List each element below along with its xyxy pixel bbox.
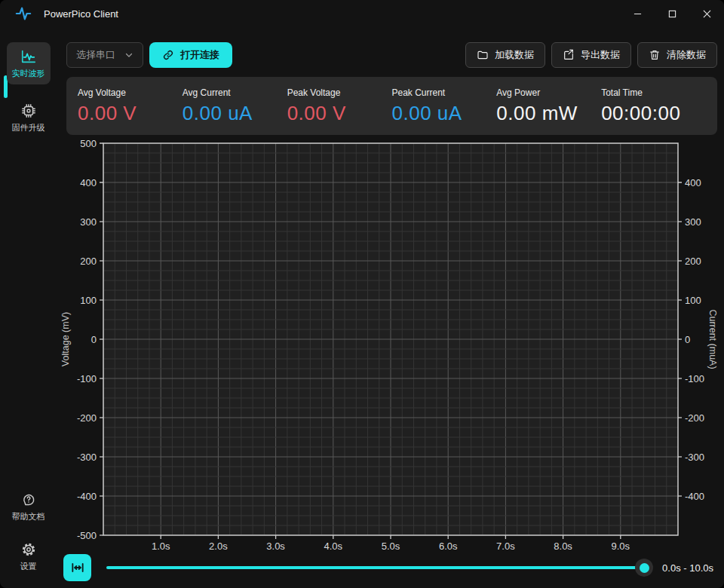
svg-text:100: 100 bbox=[80, 295, 97, 306]
slider-track[interactable] bbox=[106, 566, 646, 569]
load-data-button[interactable]: 加载数据 bbox=[465, 42, 545, 68]
svg-text:0: 0 bbox=[685, 334, 690, 345]
stat-total-time: Total Time 00:00:00 bbox=[601, 87, 706, 125]
stat-label: Avg Power bbox=[496, 87, 601, 98]
maximize-button[interactable] bbox=[655, 0, 689, 27]
serial-port-select[interactable]: 选择串口 bbox=[66, 42, 143, 68]
svg-text:-300: -300 bbox=[685, 452, 704, 463]
sidebar-item-settings[interactable]: 设置 bbox=[7, 535, 51, 577]
svg-text:4.0s: 4.0s bbox=[324, 541, 343, 551]
stat-label: Total Time bbox=[601, 87, 706, 98]
close-button[interactable] bbox=[689, 0, 724, 27]
chip-icon bbox=[20, 103, 37, 119]
sidebar-item-help-docs[interactable]: 帮助文档 bbox=[7, 485, 51, 528]
toolbar-right-group: 加载数据 导出数据 bbox=[465, 42, 717, 68]
svg-text:-400: -400 bbox=[685, 491, 704, 502]
export-data-label: 导出数据 bbox=[581, 48, 620, 62]
sidebar-item-label: 设置 bbox=[20, 561, 37, 572]
gear-icon bbox=[20, 541, 37, 558]
help-icon bbox=[20, 492, 37, 508]
sidebar-item-firmware-upgrade[interactable]: 固件升级 bbox=[7, 96, 51, 139]
stat-label: Peak Current bbox=[391, 87, 496, 98]
stat-value: 0.00 V bbox=[78, 102, 183, 125]
stat-avg-voltage: Avg Voltage 0.00 V bbox=[78, 87, 183, 125]
svg-text:8.0s: 8.0s bbox=[554, 541, 572, 551]
sidebar-item-label: 固件升级 bbox=[12, 122, 45, 133]
window-title: PowerPico Client bbox=[44, 8, 118, 20]
stat-value: 0.00 uA bbox=[183, 102, 287, 125]
folder-icon bbox=[477, 49, 489, 61]
trash-icon bbox=[649, 49, 661, 61]
stat-value: 0.00 V bbox=[287, 102, 392, 125]
titlebar: PowerPico Client bbox=[0, 0, 724, 27]
stat-avg-current: Avg Current 0.00 uA bbox=[183, 87, 287, 125]
maximize-icon bbox=[668, 10, 676, 18]
sidebar: 实时波形 固件升级 bbox=[0, 27, 57, 588]
y-axis-label-left: Voltage (mV) bbox=[60, 312, 71, 366]
svg-text:-100: -100 bbox=[685, 373, 704, 384]
slider-thumb[interactable] bbox=[635, 559, 653, 577]
sidebar-item-label: 帮助文档 bbox=[12, 511, 45, 522]
stat-label: Peak Voltage bbox=[287, 87, 392, 98]
app-window: PowerPico Client bbox=[0, 0, 724, 588]
time-range-slider[interactable] bbox=[106, 558, 650, 577]
svg-text:300: 300 bbox=[80, 216, 97, 228]
waveform-icon bbox=[20, 48, 37, 65]
y-axis-label-right: Current (muA) bbox=[707, 309, 718, 369]
close-icon bbox=[703, 10, 711, 18]
svg-text:-400: -400 bbox=[77, 491, 97, 502]
main-content: 选择串口 打开连接 bbox=[57, 27, 724, 588]
window-controls bbox=[620, 0, 724, 27]
app-logo-waveform-icon bbox=[15, 5, 32, 22]
stat-label: Avg Voltage bbox=[78, 87, 183, 98]
sidebar-bottom: 帮助文档 设置 bbox=[7, 485, 51, 588]
export-icon bbox=[563, 49, 575, 61]
fit-width-icon bbox=[70, 560, 85, 575]
svg-text:9.0s: 9.0s bbox=[612, 541, 630, 551]
svg-text:7.0s: 7.0s bbox=[496, 541, 515, 551]
time-range-label: 0.0s - 10.0s bbox=[662, 562, 713, 574]
svg-text:6.0s: 6.0s bbox=[439, 541, 458, 551]
stat-value: 0.00 uA bbox=[391, 102, 496, 125]
open-connection-button[interactable]: 打开连接 bbox=[149, 42, 232, 68]
svg-text:200: 200 bbox=[685, 256, 701, 267]
stat-peak-voltage: Peak Voltage 0.00 V bbox=[287, 87, 392, 125]
svg-text:400: 400 bbox=[80, 177, 97, 188]
stat-peak-current: Peak Current 0.00 uA bbox=[391, 87, 496, 125]
svg-text:0: 0 bbox=[91, 334, 97, 345]
minimize-icon bbox=[634, 10, 642, 18]
stats-panel: Avg Voltage 0.00 V Avg Current 0.00 uA P… bbox=[66, 77, 717, 135]
svg-text:-200: -200 bbox=[685, 412, 704, 424]
waveform-plot[interactable]: 5004003002001000-100-200-300-400-5004003… bbox=[57, 140, 724, 551]
toolbar: 选择串口 打开连接 bbox=[66, 42, 717, 68]
minimize-button[interactable] bbox=[620, 0, 655, 27]
svg-text:500: 500 bbox=[80, 140, 97, 149]
fit-view-button[interactable] bbox=[63, 554, 91, 581]
svg-text:2.0s: 2.0s bbox=[209, 541, 228, 551]
export-data-button[interactable]: 导出数据 bbox=[551, 42, 631, 68]
svg-text:-200: -200 bbox=[77, 412, 97, 424]
svg-text:-300: -300 bbox=[77, 452, 97, 463]
svg-text:100: 100 bbox=[685, 295, 701, 306]
open-connection-label: 打开连接 bbox=[180, 48, 219, 62]
link-icon bbox=[162, 49, 174, 61]
stat-value: 00:00:00 bbox=[601, 102, 706, 125]
stat-label: Avg Current bbox=[183, 87, 287, 98]
stat-value: 0.00 mW bbox=[496, 102, 601, 125]
svg-text:300: 300 bbox=[685, 216, 701, 228]
bottom-bar: 0.0s - 10.0s bbox=[57, 551, 724, 584]
svg-text:200: 200 bbox=[80, 256, 97, 267]
clear-data-button[interactable]: 清除数据 bbox=[637, 42, 717, 68]
waveform-chart-area: 5004003002001000-100-200-300-400-5004003… bbox=[57, 140, 724, 551]
chevron-down-icon bbox=[124, 51, 133, 60]
sidebar-item-realtime-waveform[interactable]: 实时波形 bbox=[7, 42, 51, 84]
sidebar-item-label: 实时波形 bbox=[12, 68, 45, 79]
svg-text:400: 400 bbox=[685, 177, 701, 188]
stat-avg-power: Avg Power 0.00 mW bbox=[496, 87, 601, 125]
svg-text:5.0s: 5.0s bbox=[382, 541, 400, 551]
svg-text:-500: -500 bbox=[77, 530, 97, 541]
clear-data-label: 清除数据 bbox=[667, 48, 706, 62]
svg-text:-100: -100 bbox=[77, 373, 97, 384]
svg-text:1.0s: 1.0s bbox=[152, 541, 170, 551]
serial-port-select-label: 选择串口 bbox=[76, 48, 115, 62]
